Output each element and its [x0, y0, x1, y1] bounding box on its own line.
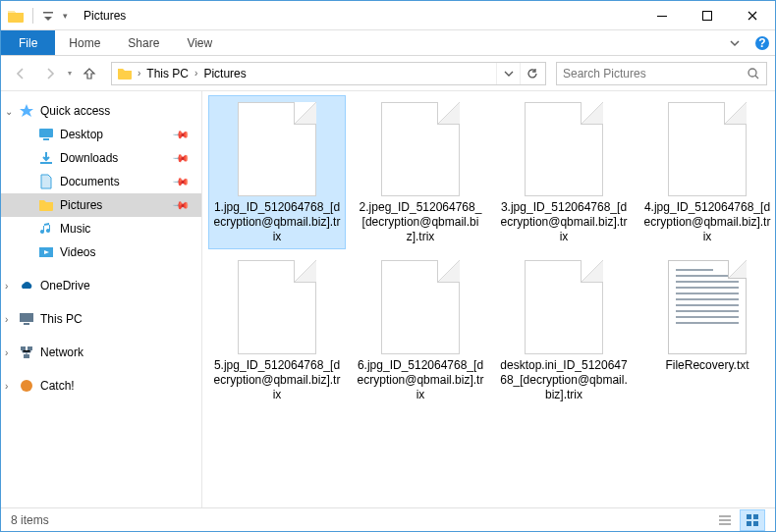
this-pc-icon	[19, 311, 34, 327]
ribbon-expand-icon[interactable]	[720, 30, 749, 55]
up-button[interactable]	[78, 62, 101, 85]
tree-label: OneDrive	[40, 279, 90, 293]
tree-pictures[interactable]: Pictures📌	[1, 193, 201, 217]
chevron-right-icon[interactable]: ›	[5, 381, 8, 392]
folder-icon	[7, 7, 25, 25]
main: ⌄ Quick access Desktop📌 Downloads📌 Docum…	[1, 91, 775, 507]
tree-label: This PC	[40, 312, 83, 326]
pin-icon: 📌	[171, 148, 190, 167]
chevron-right-icon[interactable]: ›	[5, 347, 8, 358]
chevron-right-icon[interactable]: ›	[5, 281, 8, 292]
tree-label: Quick access	[40, 104, 110, 118]
qat-overflow-icon[interactable]	[41, 9, 55, 23]
txt-file-icon	[668, 260, 747, 354]
navigation-pane: ⌄ Quick access Desktop📌 Downloads📌 Docum…	[1, 91, 202, 507]
chevron-right-icon[interactable]: ›	[5, 314, 8, 325]
file-item[interactable]: 1.jpg_ID_512064768_[decryption@qbmail.bi…	[208, 95, 346, 249]
quick-access-toolbar: ▾	[1, 7, 74, 25]
music-icon	[38, 221, 54, 237]
blank-file-icon	[668, 102, 747, 196]
file-item[interactable]: 3.jpg_ID_512064768_[decryption@qbmail.bi…	[495, 95, 633, 249]
file-item[interactable]: desktop.ini_ID_512064768_[decryption@qbm…	[495, 253, 633, 407]
item-count: 8 items	[11, 513, 49, 527]
svg-text:?: ?	[758, 36, 765, 50]
svg-rect-13	[28, 346, 32, 350]
file-item[interactable]: 4.jpg_ID_512064768_[decryption@qbmail.bi…	[638, 95, 775, 249]
file-item[interactable]: FileRecovery.txt	[638, 253, 775, 407]
file-name: FileRecovery.txt	[665, 358, 748, 373]
file-name: 2.jpeg_ID_512064768_[decryption@qbmail.b…	[357, 200, 484, 244]
chevron-right-icon[interactable]: ›	[136, 68, 142, 79]
tree-desktop[interactable]: Desktop📌	[1, 123, 201, 146]
network-icon	[19, 345, 34, 360]
breadcrumb-pictures[interactable]: Pictures	[199, 63, 249, 84]
chevron-right-icon[interactable]: ›	[193, 68, 199, 79]
tree-documents[interactable]: Documents📌	[1, 170, 201, 193]
star-icon	[19, 103, 34, 119]
tree-onedrive[interactable]: ›OneDrive	[1, 274, 201, 297]
close-button[interactable]	[730, 1, 775, 30]
tab-share[interactable]: Share	[114, 30, 173, 55]
recent-locations-icon[interactable]: ▾	[68, 69, 72, 78]
address-bar[interactable]: › This PC › Pictures	[111, 62, 546, 85]
tree-label: Videos	[60, 245, 95, 259]
tree-downloads[interactable]: Downloads📌	[1, 146, 201, 170]
file-tab[interactable]: File	[1, 30, 55, 55]
tree-catch[interactable]: ›Catch!	[1, 374, 201, 398]
search-input[interactable]: Search Pictures	[556, 62, 767, 85]
search-placeholder: Search Pictures	[563, 67, 747, 80]
tree-label: Documents	[60, 175, 120, 188]
pin-icon: 📌	[171, 172, 190, 190]
tree-videos[interactable]: Videos	[1, 240, 201, 264]
back-button[interactable]	[9, 62, 32, 85]
search-icon	[747, 67, 760, 80]
svg-rect-7	[43, 138, 49, 140]
details-view-button[interactable]	[712, 509, 738, 531]
file-grid: 1.jpg_ID_512064768_[decryption@qbmail.bi…	[208, 95, 769, 407]
svg-rect-10	[20, 313, 33, 322]
svg-rect-14	[24, 354, 29, 358]
svg-point-15	[21, 380, 32, 392]
blank-file-icon	[525, 260, 603, 354]
folder-icon	[114, 66, 136, 81]
file-name: 5.jpg_ID_512064768_[decryption@qbmail.bi…	[213, 358, 341, 402]
address-dropdown-icon[interactable]	[496, 63, 520, 84]
forward-button[interactable]	[38, 62, 62, 85]
pin-icon: 📌	[171, 125, 190, 143]
svg-point-5	[748, 69, 756, 77]
svg-rect-12	[21, 346, 26, 350]
svg-rect-11	[24, 323, 29, 325]
svg-rect-22	[753, 521, 758, 526]
blank-file-icon	[525, 102, 603, 196]
documents-icon	[38, 174, 54, 189]
videos-icon	[38, 244, 54, 260]
svg-rect-0	[43, 12, 53, 14]
tree-music[interactable]: Music	[1, 217, 201, 240]
file-item[interactable]: 6.jpg_ID_512064768_[decryption@qbmail.bi…	[352, 253, 489, 407]
file-area[interactable]: 1.jpg_ID_512064768_[decryption@qbmail.bi…	[202, 91, 775, 507]
catch-icon	[19, 378, 34, 394]
tree-label: Catch!	[40, 379, 75, 393]
maximize-button[interactable]	[685, 1, 730, 30]
file-item[interactable]: 5.jpg_ID_512064768_[decryption@qbmail.bi…	[208, 253, 346, 407]
tree-quick-access[interactable]: ⌄ Quick access	[1, 99, 201, 123]
file-item[interactable]: 2.jpeg_ID_512064768_[decryption@qbmail.b…	[352, 95, 489, 249]
tab-home[interactable]: Home	[55, 30, 114, 55]
icons-view-button[interactable]	[740, 509, 765, 531]
tree-label: Network	[40, 346, 83, 359]
tree-this-pc[interactable]: ›This PC	[1, 307, 201, 331]
help-icon[interactable]: ?	[749, 30, 775, 55]
svg-rect-1	[657, 16, 667, 17]
svg-rect-21	[747, 521, 751, 526]
file-name: desktop.ini_ID_512064768_[decryption@qbm…	[500, 358, 628, 402]
chevron-down-icon[interactable]: ⌄	[5, 106, 13, 117]
qat-dropdown-icon[interactable]: ▾	[63, 11, 68, 21]
svg-rect-2	[703, 11, 712, 20]
refresh-icon[interactable]	[520, 63, 543, 84]
breadcrumb-this-pc[interactable]: This PC	[142, 63, 193, 84]
tree-label: Music	[60, 222, 90, 236]
minimize-button[interactable]	[639, 1, 685, 30]
navigation-bar: ▾ › This PC › Pictures Search Pictures	[1, 56, 775, 91]
tab-view[interactable]: View	[173, 30, 226, 55]
tree-network[interactable]: ›Network	[1, 341, 201, 364]
